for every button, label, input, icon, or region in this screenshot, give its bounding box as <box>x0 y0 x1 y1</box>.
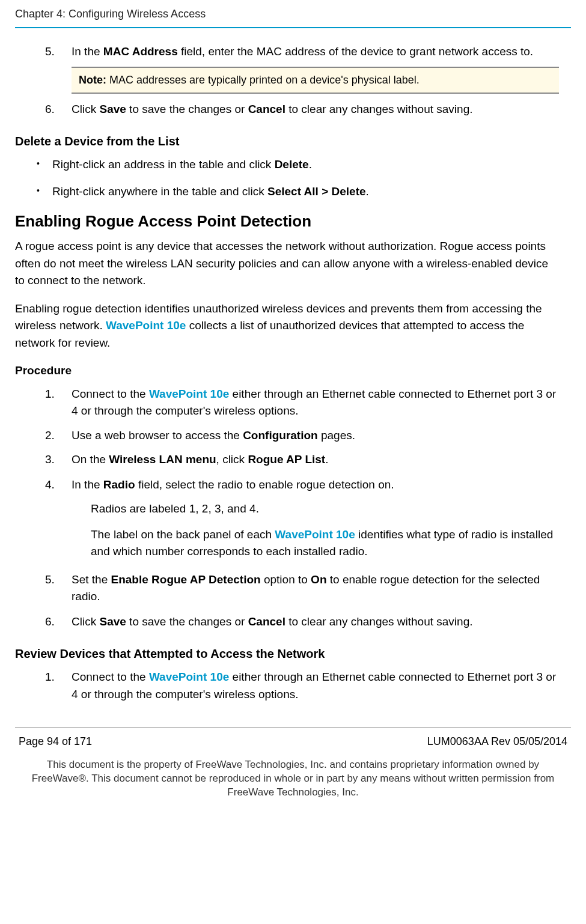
wavepoint-link: WavePoint 10e <box>149 388 229 400</box>
wavepoint-link: WavePoint 10e <box>106 319 186 332</box>
page-number: Page 94 of 171 <box>19 734 92 750</box>
review-step-1: 1. Connect to the WavePoint 10e either t… <box>45 669 559 703</box>
step-text: to clear any changes without saving. <box>285 103 473 115</box>
on-label: On <box>311 573 326 586</box>
bullet-text: . <box>309 158 312 171</box>
wireless-lan-menu-label: Wireless LAN menu <box>109 453 216 466</box>
text: to save the changes or <box>126 615 248 628</box>
bullet-delete: Right-click an address in the table and … <box>35 156 559 174</box>
text: Connect to the <box>72 388 149 400</box>
note-text: MAC addresses are typically printed on a… <box>106 74 420 86</box>
text: In the <box>72 478 103 491</box>
save-label: Save <box>99 615 126 628</box>
content-area: 5. In the MAC Address field, enter the M… <box>15 43 571 118</box>
step-num: 5. <box>45 43 55 61</box>
procedure-heading: Procedure <box>15 362 559 380</box>
note-box: Note: MAC addresses are typically printe… <box>72 67 559 94</box>
text: . <box>325 453 328 466</box>
bullet-text: Right-click anywhere in the table and cl… <box>52 185 267 198</box>
text: pages. <box>318 429 355 442</box>
chapter-header: Chapter 4: Configuring Wireless Access <box>15 6 571 28</box>
text: On the <box>72 453 109 466</box>
step-num: 2. <box>45 427 55 445</box>
rogue-ap-list-label: Rogue AP List <box>248 453 325 466</box>
sub-back-panel: The label on the back panel of each Wave… <box>91 526 559 561</box>
enable-rogue-label: Enable Rogue AP Detection <box>111 573 261 586</box>
bullet-text: Right-click an address in the table and … <box>52 158 275 171</box>
cancel-label: Cancel <box>248 615 285 628</box>
step-text: In the <box>72 45 103 58</box>
proc-step-1: 1. Connect to the WavePoint 10e either t… <box>45 386 559 420</box>
proc-step-6: 6. Click Save to save the changes or Can… <box>45 613 559 631</box>
step-text: to save the changes or <box>126 103 248 115</box>
legal-text: This document is the property of FreeWav… <box>15 758 571 800</box>
text: Click <box>72 615 99 628</box>
step-6: 6. Click Save to save the changes or Can… <box>45 101 559 118</box>
bullet-select-all: Right-click anywhere in the table and cl… <box>35 183 559 201</box>
step-5: 5. In the MAC Address field, enter the M… <box>45 43 559 94</box>
proc-step-3: 3. On the Wireless LAN menu, click Rogue… <box>45 451 559 469</box>
step-text: Click <box>72 103 99 115</box>
rogue-para-2: Enabling rogue detection identifies unau… <box>15 300 559 352</box>
text: option to <box>261 573 311 586</box>
wavepoint-link: WavePoint 10e <box>149 670 229 683</box>
step-num: 5. <box>45 571 55 589</box>
text: The label on the back panel of each <box>91 528 275 541</box>
step-num: 3. <box>45 451 55 469</box>
proc-step-2: 2. Use a web browser to access the Confi… <box>45 427 559 445</box>
text: Connect to the <box>72 670 149 683</box>
save-label: Save <box>99 103 126 115</box>
text: field, select the radio to enable rogue … <box>135 478 394 491</box>
radio-label: Radio <box>103 478 135 491</box>
configuration-label: Configuration <box>243 429 318 442</box>
text: to clear any changes without saving. <box>285 615 473 628</box>
text: Set the <box>72 573 111 586</box>
delete-label: Delete <box>275 158 309 171</box>
footer: Page 94 of 171 LUM0063AA Rev 05/05/2014 … <box>15 727 571 800</box>
select-all-delete-label: Select All > Delete <box>267 185 366 198</box>
step-num: 1. <box>45 669 55 686</box>
step-num: 4. <box>45 476 55 494</box>
delete-heading: Delete a Device from the List <box>15 132 559 150</box>
revision-info: LUM0063AA Rev 05/05/2014 <box>427 734 567 750</box>
rogue-heading: Enabling Rogue Access Point Detection <box>15 210 559 233</box>
proc-step-5: 5. Set the Enable Rogue AP Detection opt… <box>45 571 559 606</box>
cancel-label: Cancel <box>248 103 285 115</box>
mac-address-label: MAC Address <box>103 45 178 58</box>
sub-radios-label: Radios are labeled 1, 2, 3, and 4. <box>91 500 559 518</box>
rogue-para-1: A rogue access point is any device that … <box>15 238 559 290</box>
text: , click <box>216 453 248 466</box>
review-heading: Review Devices that Attempted to Access … <box>15 645 559 663</box>
step-num: 1. <box>45 386 55 403</box>
bullet-text: . <box>366 185 369 198</box>
text: Use a web browser to access the <box>72 429 243 442</box>
proc-step-4: 4. In the Radio field, select the radio … <box>45 476 559 561</box>
wavepoint-link: WavePoint 10e <box>275 528 355 541</box>
step-num: 6. <box>45 101 55 118</box>
note-label: Note: <box>79 74 106 86</box>
step-num: 6. <box>45 613 55 631</box>
step-text: field, enter the MAC address of the devi… <box>178 45 533 58</box>
